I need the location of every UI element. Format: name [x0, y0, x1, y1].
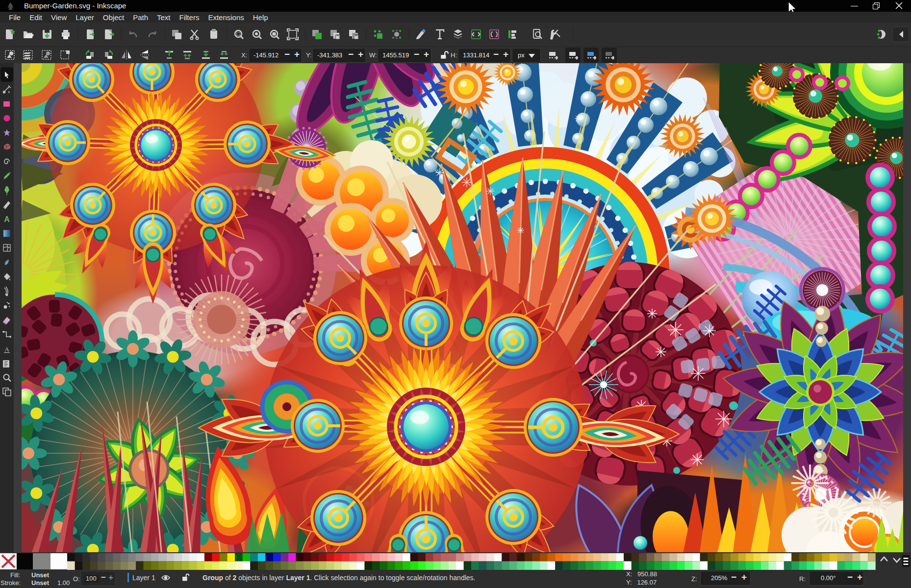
svg-text:A: A [4, 215, 10, 223]
svg-text:A: A [4, 345, 9, 353]
